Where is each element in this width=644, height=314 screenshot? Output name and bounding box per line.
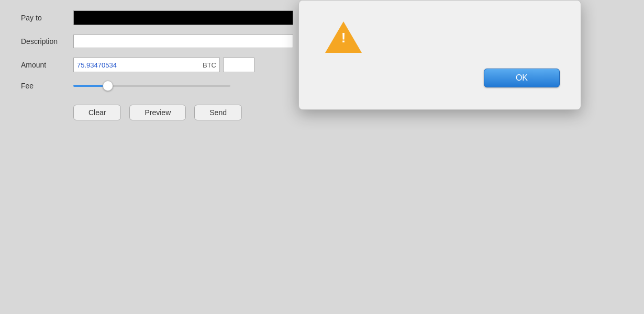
amount-container: 75.93470534 BTC bbox=[73, 58, 254, 72]
amount-input-wrapper[interactable]: 75.93470534 BTC bbox=[73, 58, 220, 72]
dialog-ok-button[interactable]: OK bbox=[484, 69, 560, 87]
dialog-content-row: ! bbox=[315, 16, 565, 58]
amount-currency: BTC bbox=[203, 61, 216, 69]
clear-button[interactable]: Clear bbox=[73, 105, 121, 120]
fee-slider-container bbox=[73, 85, 230, 87]
description-label: Description bbox=[21, 37, 73, 46]
pay-to-label: Pay to bbox=[21, 14, 73, 22]
preview-button[interactable]: Preview bbox=[129, 105, 186, 120]
warning-exclamation-mark: ! bbox=[341, 31, 346, 44]
warning-dialog: ! OK bbox=[298, 0, 581, 110]
description-input[interactable] bbox=[73, 35, 293, 48]
amount-value: 75.93470534 bbox=[77, 61, 198, 69]
amount-label: Amount bbox=[21, 61, 73, 69]
fee-label: Fee bbox=[21, 82, 73, 90]
send-button[interactable]: Send bbox=[194, 105, 242, 120]
fee-slider[interactable] bbox=[73, 85, 230, 87]
warning-icon-container: ! bbox=[325, 21, 362, 53]
amount-secondary-input[interactable] bbox=[223, 58, 254, 72]
pay-to-input[interactable] bbox=[73, 10, 293, 25]
dialog-overlay: ! OK bbox=[304, 0, 607, 115]
